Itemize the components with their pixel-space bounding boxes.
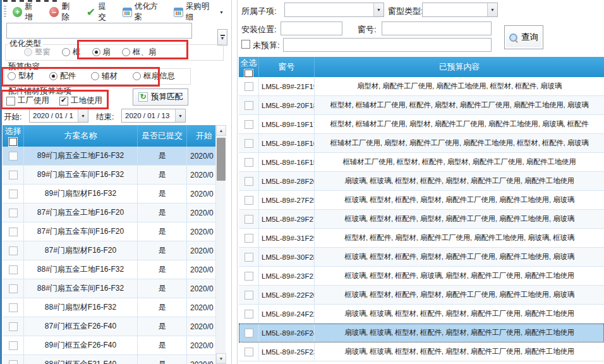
scroll-up-icon[interactable]: ▲ [216,125,226,136]
plan-table-scrollbar[interactable]: ▲ ▼ [215,125,226,364]
budget-content-option[interactable]: 配件 [49,71,76,82]
window-row-checkbox[interactable] [245,234,253,243]
plan-row[interactable]: 87#门扇五金车间F16-F20是2020/0 [3,222,215,241]
plan-row[interactable]: 88#门扇五金车间F16-F32是2020/0 [3,279,215,298]
window-type-dropdown-icon[interactable]: ▼ [487,3,497,16]
delete-button[interactable]: 删除 [48,0,78,24]
optimize-type-option[interactable]: 整窗 [24,47,51,58]
unbudgeted-checkbox[interactable] [241,40,250,49]
scrollbar-thumb[interactable] [217,138,226,181]
column-header-plan-name[interactable]: 方案名称 [24,125,138,147]
window-row-checkbox[interactable] [245,291,253,300]
plan-row-checkbox[interactable] [9,322,18,331]
sub-item-combo[interactable]: ▼ [284,3,384,17]
window-row[interactable]: LM5L-89#-16F15框辅材工厂使用, 框型材, 框配件, 扇型材, 扇配… [239,153,604,172]
plan-row-checkbox[interactable] [9,152,18,161]
column-header-budgeted-content[interactable]: 已预算内容 [315,57,604,77]
plan-row-checkbox[interactable] [9,228,18,236]
window-row-checkbox[interactable] [245,310,253,318]
plan-row[interactable]: 89#门框五金F26-F40是2020/0 [3,336,215,355]
plan-row-checkbox[interactable] [9,303,18,312]
sub-item-dropdown-icon[interactable]: ▼ [373,3,384,16]
query-button[interactable]: 查询 [504,25,543,49]
window-no-input[interactable] [382,21,492,35]
window-row-checkbox[interactable] [245,329,253,337]
select-all-windows-checkbox[interactable] [245,70,253,77]
plan-row-checkbox[interactable] [9,246,18,255]
select-all-plans-checkbox[interactable] [9,138,17,146]
unbudgeted-input[interactable] [283,38,492,52]
budget-match-button[interactable]: 预算匹配 [133,88,188,106]
plan-row[interactable]: 88#门框五金F21-F40是2020/0 [3,355,215,364]
plan-row-checkbox[interactable] [9,209,18,217]
window-row-checkbox[interactable] [245,101,253,110]
plan-row-checkbox[interactable] [9,284,18,293]
optimize-type-option[interactable]: 框 [62,47,81,58]
window-row-checkbox[interactable] [245,348,253,356]
plan-row-checkbox[interactable] [9,360,18,364]
end-date-dropdown-icon[interactable]: ▼ [175,109,185,122]
optimize-type-option[interactable]: 扇 [92,47,111,58]
budget-content-option[interactable]: 框扇信息 [133,71,175,82]
column-header-submitted[interactable]: 是否已提交 [138,125,187,147]
window-row[interactable]: LM5L-89#-20F18框型材, 框辅材工厂使用, 框配件, 扇型材, 扇配… [239,96,604,115]
column-header-window-no[interactable]: 窗号 [259,57,315,77]
window-row[interactable]: LM5L-89#-25F23扇玻璃, 框玻璃, 框型材, 框配件, 扇型材, 扇… [239,343,604,361]
toolbar-overflow-button[interactable]: ▼ [217,29,227,46]
start-date-picker[interactable]: 2020 / 01 / 1 ▼ [29,109,88,123]
plan-row[interactable]: 87#门扇五金工地F16-F20是2020/0 [3,203,215,222]
purchase-detail-button[interactable]: 采购明细▼ [172,0,225,24]
optimize-plan-button[interactable]: 优化方案 [121,0,166,24]
window-row[interactable]: LM5L-89#-29F27框玻璃, 框型材, 框配件, 扇型材, 扇配件工厂使… [239,210,604,229]
plan-row-checkbox[interactable] [9,341,18,350]
window-row[interactable]: LM5L-89#-22F20框玻璃, 框型材, 框配件, 扇型材, 扇配件工厂使… [239,286,604,305]
budget-content-option[interactable]: 辅材 [91,71,118,82]
submit-button[interactable]: 提交 [85,0,114,24]
window-type-combo[interactable]: ▼ [422,3,498,17]
add-button[interactable]: 新增 [11,0,41,24]
column-header-select-all[interactable]: 全选 [239,57,259,77]
window-row[interactable]: LM5L-89#-30F28框玻璃, 框型材, 框配件, 扇型材, 扇配件工厂使… [239,248,604,267]
plan-row[interactable]: 89#门扇型材F16-F32是2020/0 [3,185,215,203]
install-position-input[interactable] [281,21,342,35]
usage-option[interactable]: 工地使用 [59,95,102,106]
window-row-checkbox[interactable] [245,272,253,281]
window-row-checkbox[interactable] [245,82,253,91]
window-row[interactable]: LM5L-89#-26F24扇玻璃, 框玻璃, 框型材, 框配件, 扇型材, 扇… [239,324,604,343]
column-header-start[interactable]: 开始 [187,125,215,147]
window-row[interactable]: LM5L-89#-28F26扇玻璃, 框玻璃, 框型材, 框配件, 扇型材, 扇… [239,172,604,191]
window-row[interactable]: LM5L-89#-27F25框玻璃, 框型材, 框配件, 扇型材, 扇配件工厂使… [239,191,604,210]
window-row[interactable]: LM5L-89#-19F17框型材, 框辅材工厂使用, 扇型材, 扇配件工厂使用… [239,115,604,134]
window-row[interactable]: LM5L-89#-31F29框型材, 框配件, 扇型材, 扇配件工厂使用, 扇配… [239,229,604,248]
end-date-picker[interactable]: 2020 / 01 / 13 ▼ [121,109,186,123]
scroll-down-icon[interactable]: ▼ [216,353,226,364]
window-row-checkbox[interactable] [245,177,253,186]
window-row-checkbox[interactable] [245,158,253,167]
plan-search-input[interactable] [6,23,192,39]
plan-row-checkbox[interactable] [9,171,18,179]
toolbar-grip[interactable] [4,6,6,18]
window-row[interactable]: LM5L-89#-18F16框辅材工厂使用, 扇型材, 扇配件工厂使用, 扇配件… [239,134,604,153]
optimize-type-option[interactable]: 框、扇 [122,47,157,58]
plan-row[interactable]: 88#门扇五金工地F16-F32是2020/0 [3,260,215,279]
window-row[interactable]: LM5L-89#-23F21框玻璃, 框型材, 框配件, 扇玻璃, 扇型材, 扇… [239,267,604,286]
panel-splitter[interactable] [231,0,232,364]
window-row-checkbox[interactable] [245,215,253,224]
budget-content-option[interactable]: 型材 [8,71,34,82]
window-row-checkbox[interactable] [245,196,253,205]
start-date-dropdown-icon[interactable]: ▼ [78,109,88,122]
window-row-checkbox[interactable] [245,253,253,262]
column-header-select[interactable]: 选择 [3,125,24,147]
usage-option[interactable]: 工厂使用 [6,95,49,106]
plan-row-checkbox[interactable] [9,190,18,198]
plan-row[interactable]: 89#门扇五金车间F16-F32是2020/0 [3,166,215,185]
window-row[interactable]: LM5L-89#-24F22扇玻璃, 框玻璃, 框型材, 框配件, 扇型材, 扇… [239,305,604,324]
plan-row[interactable]: 87#门框五金F26-F40是2020/0 [3,317,215,336]
window-row-checkbox[interactable] [245,139,253,148]
plan-row[interactable]: 88#门扇型材F16-F32是2020/0 [3,298,215,317]
window-row[interactable]: LM5L-89#-21F19扇型材, 扇配件工厂使用, 扇配件工地使用, 框型材… [239,77,604,96]
plan-row[interactable]: 89#门扇五金工地F16-F32是2020/0 [3,147,215,166]
plan-row[interactable]: 87#门扇型材F16-F20是2020/0 [3,241,215,260]
plan-row-checkbox[interactable] [9,265,18,274]
window-row-checkbox[interactable] [245,120,253,129]
